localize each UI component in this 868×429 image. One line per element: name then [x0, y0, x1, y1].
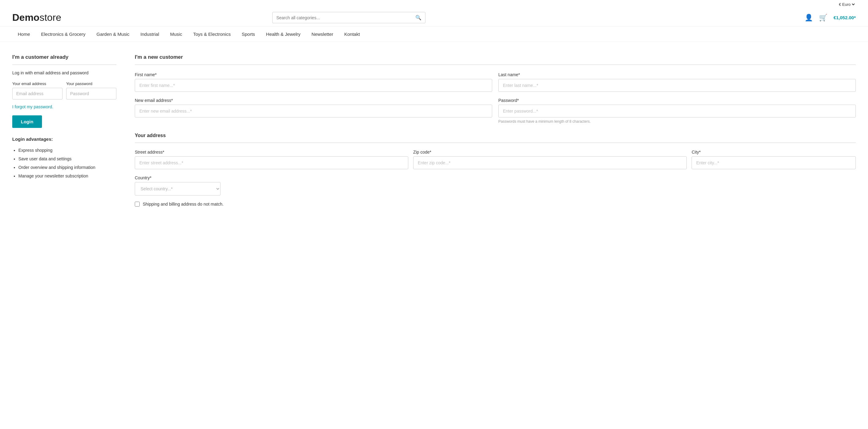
street-label: Street address*	[135, 150, 408, 155]
city-label: City*	[691, 150, 856, 155]
header-actions: 👤 🛒 €1,052.00*	[805, 14, 856, 22]
logo: Demostore	[12, 12, 80, 23]
user-icon[interactable]: 👤	[805, 14, 813, 22]
advantages-list: Express shopping Save user data and sett…	[12, 146, 116, 180]
nav-item-health-jewelry[interactable]: Health & Jewelry	[261, 27, 306, 42]
new-customer-title: I'm a new customer	[135, 54, 856, 65]
existing-customer-panel: I'm a customer already Log in with email…	[12, 54, 116, 206]
advantages-title: Login advantages:	[12, 136, 116, 142]
new-password-label: Password*	[498, 98, 856, 103]
name-row: First name* Last name*	[135, 72, 856, 92]
search-bar: 🔍	[272, 12, 426, 23]
city-group: City*	[691, 150, 856, 169]
password-hint: Passwords must have a minimum length of …	[498, 119, 856, 124]
zip-label: Zip code*	[413, 150, 687, 155]
new-password-group: Password*	[498, 98, 856, 118]
nav-item-toys-electronics[interactable]: Toys & Electronics	[188, 27, 237, 42]
city-input[interactable]	[691, 156, 856, 169]
cart-amount[interactable]: €1,052.00*	[833, 15, 856, 20]
password-label: Your password	[66, 81, 116, 86]
main-content: I'm a customer already Log in with email…	[0, 42, 868, 219]
forgot-password-link[interactable]: I forgot my password.	[12, 104, 53, 109]
last-name-input[interactable]	[498, 79, 856, 92]
search-icon: 🔍	[415, 15, 422, 21]
cart-icon[interactable]: 🛒	[819, 14, 827, 22]
currency-selector[interactable]: € Euro	[838, 2, 856, 7]
advantage-item: Express shopping	[19, 146, 116, 155]
new-customer-panel: I'm a new customer First name* Last name…	[135, 54, 856, 206]
advantage-item: Save user data and settings	[19, 155, 116, 163]
last-name-label: Last name*	[498, 72, 856, 77]
nav-item-sports[interactable]: Sports	[236, 27, 260, 42]
zip-group: Zip code*	[413, 150, 687, 169]
email-input[interactable]	[12, 88, 62, 99]
nav-item-home[interactable]: Home	[12, 27, 35, 42]
new-email-group: New email address*	[135, 98, 492, 118]
billing-checkbox[interactable]	[135, 202, 140, 206]
logo-bold: Demo	[12, 12, 39, 23]
nav-item-music[interactable]: Music	[164, 27, 187, 42]
nav-item-kontakt[interactable]: Kontakt	[339, 27, 365, 42]
first-name-input[interactable]	[135, 79, 492, 92]
nav-item-newsletter[interactable]: Newsletter	[306, 27, 339, 42]
last-name-group: Last name*	[498, 72, 856, 92]
logo-light: store	[39, 12, 61, 23]
advantage-item: Manage your newsletter subscription	[19, 172, 116, 180]
password-group: Your password	[66, 81, 116, 99]
email-pass-row: New email address* Password*	[135, 98, 856, 118]
advantage-item: Order overview and shipping information	[19, 163, 116, 172]
new-email-label: New email address*	[135, 98, 492, 103]
country-label: Country*	[135, 175, 220, 180]
nav-item-garden-music[interactable]: Garden & Music	[91, 27, 135, 42]
street-group: Street address*	[135, 150, 408, 169]
country-group: Country* Select country...*	[135, 175, 220, 196]
nav-item-industrial[interactable]: Industrial	[135, 27, 165, 42]
login-subtitle: Log in with email address and password	[12, 70, 116, 75]
address-section-title: Your address	[135, 133, 856, 143]
address-street-row: Street address* Zip code* City*	[135, 150, 856, 169]
new-email-input[interactable]	[135, 105, 492, 118]
password-input[interactable]	[66, 88, 116, 99]
top-bar: € Euro	[0, 0, 868, 9]
login-button[interactable]: Login	[12, 116, 42, 128]
new-password-input[interactable]	[498, 105, 856, 118]
existing-customer-title: I'm a customer already	[12, 54, 116, 65]
billing-checkbox-row: Shipping and billing address do not matc…	[135, 202, 856, 206]
email-group: Your email address	[12, 81, 62, 99]
search-input[interactable]	[276, 15, 415, 20]
street-input[interactable]	[135, 156, 408, 169]
email-label: Your email address	[12, 81, 62, 86]
first-name-label: First name*	[135, 72, 492, 77]
first-name-group: First name*	[135, 72, 492, 92]
zip-input[interactable]	[413, 156, 687, 169]
header: Demostore 🔍 👤 🛒 €1,052.00*	[0, 9, 868, 27]
advantages-section: Login advantages: Express shopping Save …	[12, 136, 116, 180]
billing-label: Shipping and billing address do not matc…	[143, 202, 224, 206]
nav-item-electronics-grocery[interactable]: Electronics & Grocery	[35, 27, 91, 42]
login-fields-row: Your email address Your password	[12, 81, 116, 99]
main-nav: Home Electronics & Grocery Garden & Musi…	[0, 27, 868, 42]
country-select[interactable]: Select country...*	[135, 182, 220, 196]
